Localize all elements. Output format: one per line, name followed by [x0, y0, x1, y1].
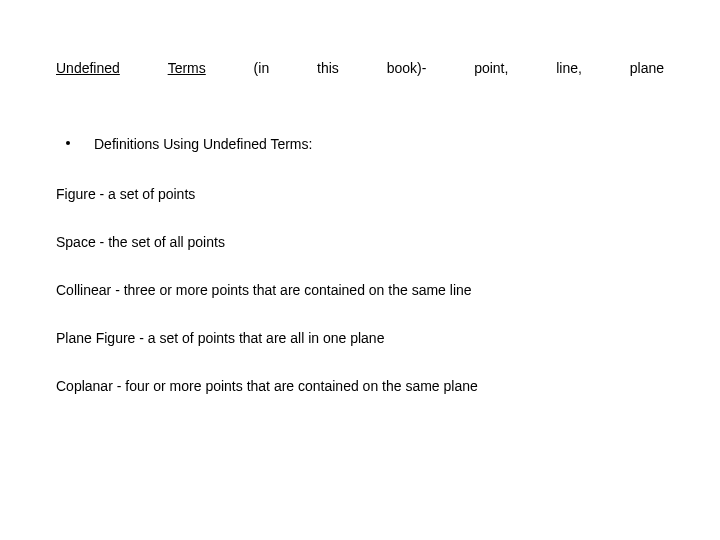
heading-word-point: point, — [474, 60, 508, 76]
heading-word-terms: Terms — [168, 60, 206, 76]
heading-word-undefined: Undefined — [56, 60, 120, 76]
heading-word-line: line, — [556, 60, 582, 76]
heading-word-plane: plane — [630, 60, 664, 76]
definition-figure: Figure - a set of points — [56, 186, 664, 202]
definition-space: Space - the set of all points — [56, 234, 664, 250]
document-page: Undefined Terms (in this book)- point, l… — [0, 0, 720, 540]
bullet-icon — [66, 141, 70, 145]
heading-row: Undefined Terms (in this book)- point, l… — [56, 60, 664, 76]
definition-coplanar: Coplanar - four or more points that are … — [56, 378, 664, 394]
bullet-text: Definitions Using Undefined Terms: — [94, 136, 312, 152]
heading-word-book: book)- — [387, 60, 427, 76]
definition-plane-figure: Plane Figure - a set of points that are … — [56, 330, 664, 346]
heading-word-this: this — [317, 60, 339, 76]
definition-collinear: Collinear - three or more points that ar… — [56, 282, 664, 298]
bullet-item: Definitions Using Undefined Terms: — [56, 136, 664, 152]
heading-word-in: (in — [254, 60, 270, 76]
